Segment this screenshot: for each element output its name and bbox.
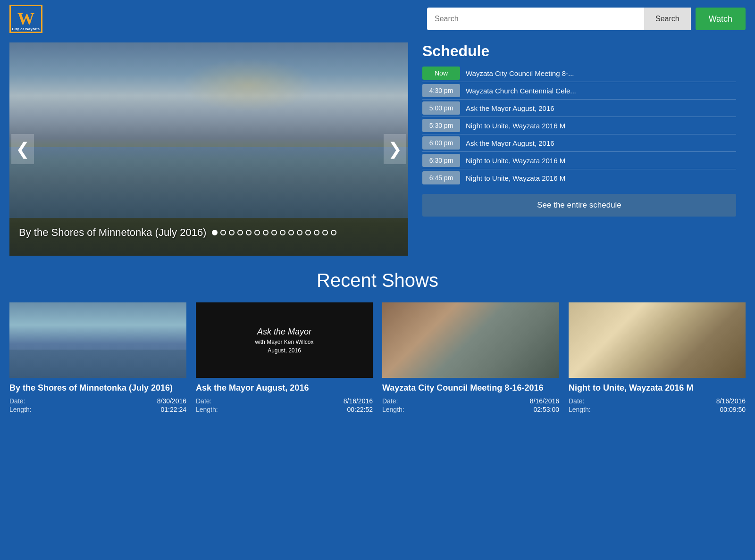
header: W City of Wayzata Search Watch: [0, 0, 755, 38]
show-length-row-night-unite: Length:00:09:50: [569, 406, 746, 413]
header-search-area: Search Watch: [427, 8, 746, 30]
show-date-label-council: Date:: [382, 397, 398, 405]
schedule-time-badge-4: 6:00 pm: [422, 136, 460, 150]
show-length-label-night-unite: Length:: [569, 406, 591, 413]
schedule-time-badge-1: 4:30 pm: [422, 84, 460, 97]
show-length-label-mayor: Length:: [196, 406, 218, 413]
carousel-dot-6[interactable]: [254, 230, 260, 235]
show-title-night-unite: Night to Unite, Wayzata 2016 M: [569, 383, 746, 393]
schedule-item-title-6: Night to Unite, Wayzata 2016 M: [466, 174, 565, 182]
show-thumb-council: [382, 302, 559, 378]
carousel-dot-1[interactable]: [212, 230, 218, 235]
show-date-value-night-unite: 8/16/2016: [716, 397, 746, 405]
carousel-dots: [212, 230, 336, 235]
carousel-dot-14[interactable]: [322, 230, 328, 235]
schedule-time-badge-2: 5:00 pm: [422, 101, 460, 115]
show-title-shores: By the Shores of Minnetonka (July 2016): [9, 383, 186, 393]
schedule-item-3[interactable]: 5:30 pmNight to Unite, Wayzata 2016 M: [422, 119, 736, 134]
show-length-value-shores: 01:22:24: [161, 406, 187, 413]
schedule-time-badge-3: 5:30 pm: [422, 119, 460, 132]
hero-image: [9, 42, 408, 256]
show-length-value-night-unite: 00:09:50: [720, 406, 746, 413]
show-length-value-mayor: 00:22:52: [347, 406, 373, 413]
carousel-dot-9[interactable]: [280, 230, 285, 235]
show-date-row-mayor: Date:8/16/2016: [196, 397, 373, 405]
thumb-mayor-title: Ask the Mayor: [257, 327, 311, 337]
carousel-next-button[interactable]: ❯: [384, 134, 406, 164]
carousel-dot-2[interactable]: [220, 230, 226, 235]
right-arrow-icon: ❯: [388, 139, 402, 159]
thumb-mayor-date: August, 2016: [268, 347, 301, 354]
schedule-item-1[interactable]: 4:30 pmWayzata Church Centennial Cele...: [422, 84, 736, 100]
show-thumb-mayor: Ask the Mayorwith Mayor Ken WillcoxAugus…: [196, 302, 373, 378]
show-date-label-mayor: Date:: [196, 397, 211, 405]
main-content: ❮ ❯ By the Shores of Minnetonka (July 20…: [0, 38, 755, 256]
hero-caption: By the Shores of Minnetonka (July 2016): [19, 226, 336, 239]
schedule-panel: Schedule NowWayzata City Council Meeting…: [408, 42, 746, 256]
logo-wrap[interactable]: W City of Wayzata: [9, 5, 42, 33]
show-title-mayor: Ask the Mayor August, 2016: [196, 383, 373, 393]
show-date-row-council: Date:8/16/2016: [382, 397, 559, 405]
schedule-item-0[interactable]: NowWayzata City Council Meeting 8-...: [422, 67, 736, 82]
thumb-mayor-sub: with Mayor Ken Willcox: [255, 339, 313, 345]
show-length-row-mayor: Length:00:22:52: [196, 406, 373, 413]
search-input[interactable]: [427, 8, 644, 30]
show-thumb-night-unite: [569, 302, 746, 378]
shows-grid: By the Shores of Minnetonka (July 2016)D…: [9, 302, 746, 414]
schedule-time-badge-0: Now: [422, 67, 460, 80]
show-title-council: Wayzata City Council Meeting 8-16-2016: [382, 383, 559, 393]
logo-letter: W: [17, 9, 34, 29]
hero-caption-text: By the Shores of Minnetonka (July 2016): [19, 226, 206, 239]
see-schedule-button[interactable]: See the entire schedule: [422, 194, 736, 217]
carousel-dot-11[interactable]: [297, 230, 302, 235]
carousel-dot-12[interactable]: [305, 230, 311, 235]
carousel-prev-button[interactable]: ❮: [11, 134, 34, 164]
hero-carousel: ❮ ❯ By the Shores of Minnetonka (July 20…: [9, 42, 408, 256]
show-thumb-shores: [9, 302, 186, 378]
carousel-dot-7[interactable]: [263, 230, 268, 235]
carousel-dot-3[interactable]: [229, 230, 235, 235]
carousel-dot-8[interactable]: [271, 230, 277, 235]
schedule-item-6[interactable]: 6:45 pmNight to Unite, Wayzata 2016 M: [422, 171, 736, 186]
show-length-row-council: Length:02:53:00: [382, 406, 559, 413]
schedule-item-title-0: Wayzata City Council Meeting 8-...: [466, 69, 574, 77]
site-logo[interactable]: W City of Wayzata: [9, 5, 42, 33]
show-date-label-shores: Date:: [9, 397, 25, 405]
show-length-row-shores: Length:01:22:24: [9, 406, 186, 413]
carousel-dot-15[interactable]: [331, 230, 336, 235]
show-card-shores[interactable]: By the Shores of Minnetonka (July 2016)D…: [9, 302, 186, 414]
schedule-list: NowWayzata City Council Meeting 8-...4:3…: [422, 67, 736, 186]
logo-subtitle: City of Wayzata: [11, 27, 41, 31]
show-date-row-night-unite: Date:8/16/2016: [569, 397, 746, 405]
schedule-time-badge-6: 6:45 pm: [422, 171, 460, 184]
carousel-dot-5[interactable]: [246, 230, 252, 235]
recent-shows-section: Recent Shows By the Shores of Minnetonka…: [0, 256, 755, 424]
carousel-dot-10[interactable]: [288, 230, 294, 235]
show-date-value-council: 8/16/2016: [530, 397, 559, 405]
show-date-value-mayor: 8/16/2016: [344, 397, 373, 405]
show-date-label-night-unite: Date:: [569, 397, 584, 405]
schedule-item-title-4: Ask the Mayor August, 2016: [466, 139, 554, 147]
schedule-title: Schedule: [422, 42, 736, 60]
left-arrow-icon: ❮: [16, 139, 30, 159]
schedule-time-badge-5: 6:30 pm: [422, 154, 460, 167]
carousel-dot-4[interactable]: [237, 230, 243, 235]
show-date-row-shores: Date:8/30/2016: [9, 397, 186, 405]
show-card-night-unite[interactable]: Night to Unite, Wayzata 2016 MDate:8/16/…: [569, 302, 746, 414]
show-length-label-shores: Length:: [9, 406, 32, 413]
schedule-item-title-5: Night to Unite, Wayzata 2016 M: [466, 157, 565, 165]
schedule-item-2[interactable]: 5:00 pmAsk the Mayor August, 2016: [422, 101, 736, 117]
recent-shows-title: Recent Shows: [9, 270, 746, 291]
schedule-item-4[interactable]: 6:00 pmAsk the Mayor August, 2016: [422, 136, 736, 152]
carousel-dot-13[interactable]: [314, 230, 319, 235]
schedule-item-5[interactable]: 6:30 pmNight to Unite, Wayzata 2016 M: [422, 154, 736, 169]
show-length-label-council: Length:: [382, 406, 404, 413]
show-card-council[interactable]: Wayzata City Council Meeting 8-16-2016Da…: [382, 302, 559, 414]
search-button[interactable]: Search: [644, 8, 691, 30]
watch-button[interactable]: Watch: [696, 8, 746, 30]
schedule-item-title-1: Wayzata Church Centennial Cele...: [466, 87, 576, 95]
schedule-item-title-3: Night to Unite, Wayzata 2016 M: [466, 122, 565, 130]
show-length-value-council: 02:53:00: [534, 406, 560, 413]
schedule-item-title-2: Ask the Mayor August, 2016: [466, 104, 554, 112]
show-card-mayor[interactable]: Ask the Mayorwith Mayor Ken WillcoxAugus…: [196, 302, 373, 414]
